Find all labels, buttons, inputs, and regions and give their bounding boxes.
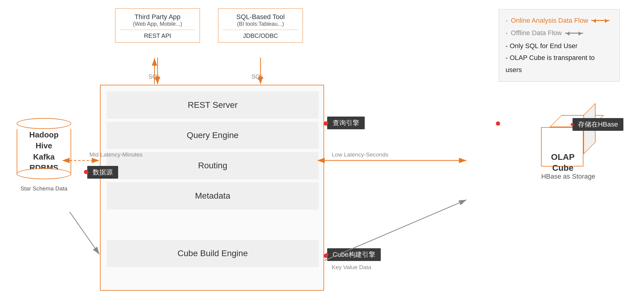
data-source-tooltip: 数据源: [87, 166, 118, 179]
kylin-main-box: REST Server Query Engine Routing Metadat…: [100, 85, 324, 291]
cube-build-tooltip: Cube构建引擎: [327, 248, 381, 261]
key-value-label: Key Value Data: [332, 264, 371, 271]
third-party-title: Third Party App: [120, 13, 195, 21]
low-latency-label: Low Latency-Seconds: [332, 151, 388, 158]
cube-front-text: OLAPCube: [542, 143, 584, 182]
cylinder: HadoopHiveKafkaRDBMS: [17, 118, 71, 174]
cube-build-row: Cube Build Engine: [107, 240, 319, 267]
legend-box: - Online Analysis Data Flow - Offline Da…: [499, 9, 620, 82]
sql-tool-title: SQL-Based Tool: [223, 13, 298, 21]
hadoop-box: HadoopHiveKafkaRDBMS Star Schema Data: [9, 118, 79, 192]
rest-server-label: REST Server: [188, 100, 237, 110]
query-engine-label: Query Engine: [187, 130, 238, 140]
third-party-api: REST API: [120, 32, 195, 39]
routing-label: Routing: [198, 161, 227, 170]
cylinder-body: HadoopHiveKafkaRDBMS: [17, 129, 71, 174]
cylinder-bottom: [17, 168, 71, 179]
svg-line-9: [70, 212, 99, 254]
metadata-label: Metadata: [195, 191, 231, 201]
hbase-storage-tooltip: 存储在HBase: [573, 118, 623, 131]
online-flow-arrow: [591, 20, 609, 21]
third-party-subtitle: (Web App, Mobile...): [120, 21, 195, 27]
olap-transparent-label: - OLAP Cube is transparent to users: [506, 52, 613, 76]
sql-tool-api: JDBC/ODBC: [223, 32, 298, 39]
star-schema-label: Star Schema Data: [9, 185, 79, 192]
cylinder-top: [17, 118, 71, 129]
offline-flow-label: Offline Data Flow: [511, 27, 562, 38]
only-sql-label: - Only SQL for End User: [506, 40, 613, 52]
online-flow-dash: -: [506, 15, 508, 26]
query-engine-row: Query Engine: [107, 122, 319, 149]
rest-server-row: REST Server: [107, 91, 319, 119]
svg-point-14: [496, 121, 500, 126]
diagram-container: - Online Analysis Data Flow - Offline Da…: [0, 0, 644, 307]
sql-tool-box: SQL-Based Tool (BI tools:Tableau...) JDB…: [218, 8, 303, 43]
mid-latency-label: Mid Latency-Minutes: [89, 151, 142, 158]
hadoop-text: HadoopHiveKafkaRDBMS: [29, 129, 59, 173]
offline-flow-arrow: [565, 33, 583, 34]
query-engine-tooltip: 查询引擎: [327, 117, 365, 129]
cube-build-label: Cube Build Engine: [178, 249, 248, 258]
third-party-box: Third Party App (Web App, Mobile...) RES…: [115, 8, 200, 43]
sql-tool-subtitle: (BI tools:Tableau...): [223, 21, 298, 27]
hadoop-lines: HadoopHiveKafkaRDBMS: [29, 130, 59, 172]
sql-label-right: SQL: [251, 73, 264, 80]
sql-label-left: SQL: [148, 73, 161, 80]
offline-flow-dash: -: [506, 27, 508, 38]
metadata-row: Metadata: [107, 182, 319, 210]
online-flow-label: Online Analysis Data Flow: [511, 15, 588, 26]
cube-front-face: OLAPCube: [541, 127, 583, 167]
